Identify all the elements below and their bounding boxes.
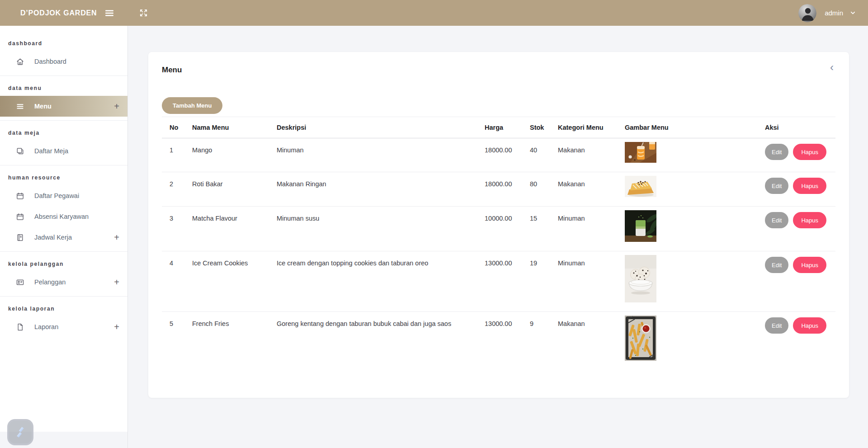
- cell-no: 3: [162, 207, 184, 251]
- sidebar-section-header: data meja: [0, 125, 127, 141]
- hapus-button[interactable]: Hapus: [793, 317, 826, 334]
- col-header-gambar-menu: Gambar Menu: [617, 117, 757, 138]
- collapse-chevron-icon[interactable]: ‹: [830, 62, 834, 73]
- hamburger-icon: [16, 102, 24, 111]
- sidebar-item-label: Pelanggan: [34, 278, 66, 286]
- expand-arrows-icon[interactable]: [139, 8, 148, 18]
- sidebar-item-menu[interactable]: Menu +: [0, 96, 127, 117]
- hamburger-icon[interactable]: [104, 8, 115, 19]
- edit-button[interactable]: Edit: [765, 212, 788, 228]
- main-content: Menu ‹ Tambah Menu No Nama Menu Deskrips…: [128, 26, 868, 448]
- sidebar: dashboard Dashboard data menu Menu +: [0, 26, 127, 432]
- cell-kategori: Makanan: [550, 312, 617, 370]
- hapus-button[interactable]: Hapus: [793, 178, 826, 194]
- col-header-nama-menu: Nama Menu: [184, 117, 269, 138]
- cell-aksi: EditHapus: [757, 312, 835, 370]
- sidebar-item-jadwal-kerja[interactable]: Jadwal Kerja +: [0, 227, 127, 248]
- sidebar-item-pelanggan[interactable]: Pelanggan +: [0, 272, 127, 292]
- edit-button[interactable]: Edit: [765, 317, 788, 334]
- sidebar-item-absensi-karyawan[interactable]: Absensi Karyawan: [0, 206, 127, 227]
- table-row: 1MangoMinuman18000.0040MakananEditHapus: [162, 138, 835, 172]
- user-name: admin: [825, 9, 843, 17]
- home-icon: [16, 57, 24, 66]
- edit-button[interactable]: Edit: [765, 178, 788, 194]
- chevron-down-icon: [849, 9, 856, 16]
- cell-harga: 13000.00: [477, 312, 522, 370]
- cell-kategori: Minuman: [550, 251, 617, 312]
- hapus-button[interactable]: Hapus: [793, 257, 826, 273]
- cell-no: 1: [162, 138, 184, 172]
- plus-icon[interactable]: +: [114, 102, 119, 111]
- cell-harga: 13000.00: [477, 251, 522, 312]
- roti-bakar-image: [617, 172, 757, 207]
- cell-nama: Mango: [184, 138, 269, 172]
- s-logo-icon[interactable]: [7, 419, 33, 445]
- sidebar-section-header: human resource: [0, 170, 127, 185]
- sidebar-item-daftar-meja[interactable]: Daftar Meja: [0, 141, 127, 161]
- sidebar-section-header: kelola pelanggan: [0, 256, 127, 272]
- ice-cream-image: [617, 251, 757, 312]
- sidebar-item-daftar-pegawai[interactable]: Daftar Pegawai: [0, 185, 127, 206]
- col-header-deskripsi: Deskripsi: [269, 117, 477, 138]
- user-avatar: [798, 4, 816, 22]
- cell-stok: 19: [522, 251, 550, 312]
- cell-nama: Ice Cream Cookies: [184, 251, 269, 312]
- cell-deskripsi: Minuman susu: [269, 207, 477, 251]
- cell-harga: 10000.00: [477, 207, 522, 251]
- cell-no: 5: [162, 312, 184, 370]
- user-menu[interactable]: admin: [798, 4, 868, 22]
- sidebar-section-header: kelola laporan: [0, 301, 127, 316]
- sidebar-section-kelola-laporan: kelola laporan Laporan +: [0, 296, 127, 341]
- cell-kategori: Makanan: [550, 138, 617, 172]
- brand-title: D’PODJOK GARDEN: [20, 9, 97, 17]
- cell-deskripsi: Ice cream dengan topping cookies dan tab…: [269, 251, 477, 312]
- cell-deskripsi: Makanan Ringan: [269, 172, 477, 207]
- hapus-button[interactable]: Hapus: [793, 144, 826, 160]
- cell-nama: French Fries: [184, 312, 269, 370]
- sidebar-item-label: Daftar Meja: [34, 147, 68, 155]
- sidebar-item-dashboard[interactable]: Dashboard: [0, 51, 127, 72]
- tambah-menu-button[interactable]: Tambah Menu: [162, 97, 222, 114]
- plus-icon[interactable]: +: [114, 278, 119, 287]
- mango-drink-image: [617, 138, 757, 172]
- menu-table: No Nama Menu Deskripsi Harga Stok Katego…: [162, 117, 835, 370]
- cell-stok: 80: [522, 172, 550, 207]
- table-row: 2Roti BakarMakanan Ringan18000.0080Makan…: [162, 172, 835, 207]
- hapus-button[interactable]: Hapus: [793, 212, 826, 228]
- topbar: D’PODJOK GARDEN admin: [0, 0, 868, 26]
- sidebar-item-label: Dashboard: [34, 58, 66, 65]
- menu-card: Menu ‹ Tambah Menu No Nama Menu Deskrips…: [148, 52, 849, 398]
- sidebar-item-label: Absensi Karyawan: [34, 213, 89, 220]
- copy-icon: [16, 147, 24, 156]
- cell-aksi: EditHapus: [757, 207, 835, 251]
- sidebar-item-label: Menu: [34, 103, 52, 110]
- id-card-icon: [16, 278, 24, 287]
- plus-icon[interactable]: +: [114, 322, 119, 331]
- sidebar-section-header: data menu: [0, 80, 127, 96]
- journal-icon: [16, 233, 24, 242]
- cell-stok: 40: [522, 138, 550, 172]
- cell-stok: 15: [522, 207, 550, 251]
- cell-kategori: Makanan: [550, 172, 617, 207]
- matcha-image: [617, 207, 757, 251]
- table-row: 5French FriesGoreng kentang dengan tabur…: [162, 312, 835, 370]
- cell-harga: 18000.00: [477, 138, 522, 172]
- calendar-icon: [16, 212, 24, 221]
- file-icon: [16, 323, 24, 331]
- cell-stok: 9: [522, 312, 550, 370]
- sidebar-item-laporan[interactable]: Laporan +: [0, 316, 127, 337]
- plus-icon[interactable]: +: [114, 233, 119, 242]
- sidebar-item-label: Daftar Pegawai: [34, 192, 79, 199]
- cell-no: 4: [162, 251, 184, 312]
- edit-button[interactable]: Edit: [765, 144, 788, 160]
- calendar-icon: [16, 192, 24, 200]
- cell-deskripsi: Goreng kentang dengan taburan bubuk caba…: [269, 312, 477, 370]
- sidebar-section-data-menu: data menu Menu +: [0, 75, 127, 120]
- table-row: 3Matcha FlavourMinuman susu10000.0015Min…: [162, 207, 835, 251]
- sidebar-item-label: Laporan: [34, 323, 58, 330]
- sidebar-item-label: Jadwal Kerja: [34, 234, 72, 241]
- cell-no: 2: [162, 172, 184, 207]
- edit-button[interactable]: Edit: [765, 257, 788, 273]
- cell-deskripsi: Minuman: [269, 138, 477, 172]
- col-header-stok: Stok: [522, 117, 550, 138]
